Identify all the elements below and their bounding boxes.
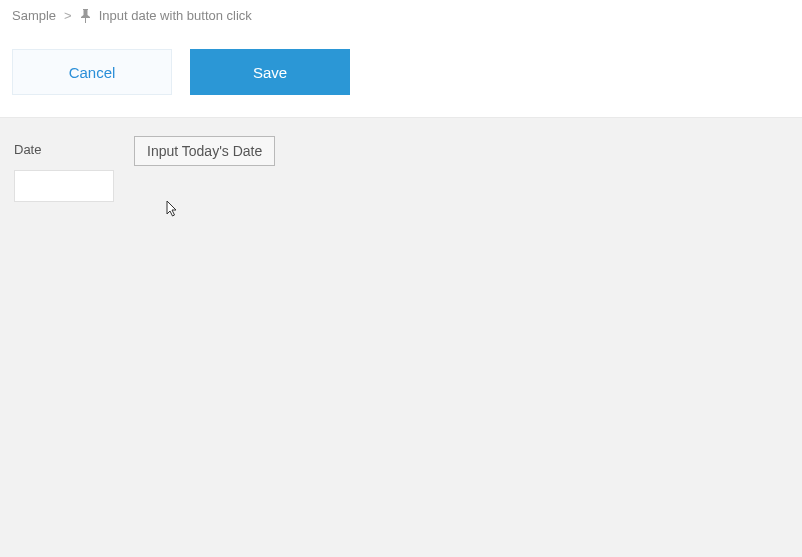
form-area: Date Input Today's Date [0,118,802,557]
breadcrumb-current: Input date with button click [99,8,252,23]
input-todays-date-button[interactable]: Input Today's Date [134,136,275,166]
breadcrumb-separator: > [64,8,72,23]
save-button[interactable]: Save [190,49,350,95]
pin-icon [80,9,91,23]
date-input[interactable] [14,170,114,202]
breadcrumb: Sample > Input date with button click [0,0,802,31]
breadcrumb-root[interactable]: Sample [12,8,56,23]
action-bar: Cancel Save [0,31,802,118]
cancel-button[interactable]: Cancel [12,49,172,95]
date-label: Date [14,136,54,157]
